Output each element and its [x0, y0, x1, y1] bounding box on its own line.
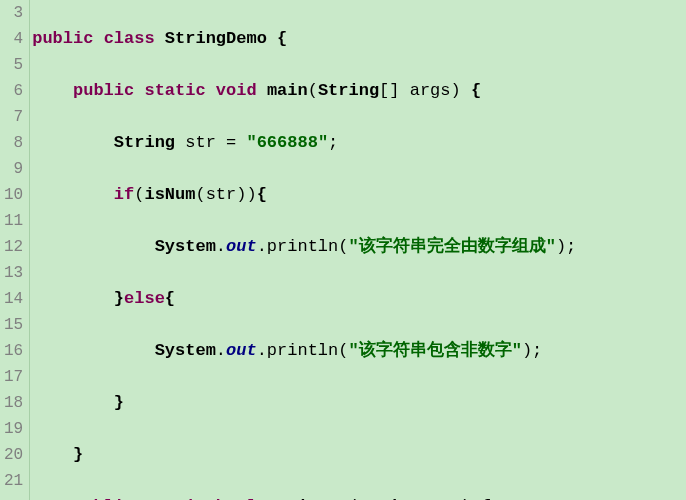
paren: (	[195, 185, 205, 204]
paren: )	[556, 237, 566, 256]
keyword-public: public	[73, 81, 134, 100]
line-number: 14	[4, 286, 23, 312]
type-string: String	[318, 81, 379, 100]
code-line: public class StringDemo {	[32, 26, 686, 52]
line-number: 17	[4, 364, 23, 390]
paren: )	[246, 185, 256, 204]
line-number: 5	[4, 52, 23, 78]
code-line: }	[32, 442, 686, 468]
brace: }	[114, 393, 124, 412]
line-number: 21	[4, 468, 23, 494]
paren: (	[338, 237, 348, 256]
keyword-class: class	[104, 29, 155, 48]
identifier: str	[185, 133, 216, 152]
paren: (	[308, 81, 318, 100]
type-string: String	[114, 133, 175, 152]
line-number-gutter: 3 4 5 6 7 8 9 10 11 12 13 14 15 16 17 18…	[0, 0, 30, 500]
code-line: public static void main(String[] args) {	[32, 78, 686, 104]
field-out: out	[226, 237, 257, 256]
string-literal: "该字符串包含非数字"	[348, 341, 521, 360]
identifier: args	[410, 81, 451, 100]
code-line: }	[32, 390, 686, 416]
method-call: isNum	[144, 185, 195, 204]
line-number: 9	[4, 156, 23, 182]
dot: .	[257, 237, 267, 256]
keyword-if: if	[114, 185, 134, 204]
brace: {	[267, 29, 287, 48]
line-number: 8	[4, 130, 23, 156]
line-number: 15	[4, 312, 23, 338]
line-number: 19	[4, 416, 23, 442]
line-number: 12	[4, 234, 23, 260]
code-editor: 3 4 5 6 7 8 9 10 11 12 13 14 15 16 17 18…	[0, 0, 686, 500]
string-literal: "该字符串完全由数字组成"	[348, 237, 555, 256]
line-number: 7	[4, 104, 23, 130]
code-line: System.out.println("该字符串完全由数字组成");	[32, 234, 686, 260]
class-system: System	[155, 341, 216, 360]
brace: {	[165, 289, 175, 308]
code-line: if(isNum(str)){	[32, 182, 686, 208]
identifier: str	[206, 185, 237, 204]
code-line: public static boolean isNum(String str) …	[32, 494, 686, 500]
string-literal: "666888"	[246, 133, 328, 152]
code-area[interactable]: public class StringDemo { public static …	[30, 0, 686, 500]
method-main: main	[267, 81, 308, 100]
keyword-public: public	[32, 29, 93, 48]
brace: }	[114, 289, 124, 308]
semicolon: ;	[566, 237, 576, 256]
brace: {	[257, 185, 267, 204]
equals: =	[216, 133, 247, 152]
dot: .	[216, 341, 226, 360]
method-println: println	[267, 237, 338, 256]
code-line: }else{	[32, 286, 686, 312]
class-name: StringDemo	[165, 29, 267, 48]
keyword-static: static	[144, 81, 205, 100]
paren: )	[451, 81, 461, 100]
semicolon: ;	[532, 341, 542, 360]
line-number: 3	[4, 0, 23, 26]
keyword-else: else	[124, 289, 165, 308]
brackets: []	[379, 81, 399, 100]
code-line: String str = "666888";	[32, 130, 686, 156]
line-number: 10	[4, 182, 23, 208]
line-number: 16	[4, 338, 23, 364]
method-println: println	[267, 341, 338, 360]
paren: (	[338, 341, 348, 360]
code-line: System.out.println("该字符串包含非数字");	[32, 338, 686, 364]
dot: .	[216, 237, 226, 256]
line-number: 6	[4, 78, 23, 104]
line-number: 13	[4, 260, 23, 286]
keyword-void: void	[216, 81, 257, 100]
line-number: 20	[4, 442, 23, 468]
paren: )	[522, 341, 532, 360]
field-out: out	[226, 341, 257, 360]
line-number: 11	[4, 208, 23, 234]
class-system: System	[155, 237, 216, 256]
brace: {	[461, 81, 481, 100]
dot: .	[257, 341, 267, 360]
line-number: 4	[4, 26, 23, 52]
paren: )	[236, 185, 246, 204]
line-number: 18	[4, 390, 23, 416]
paren: (	[134, 185, 144, 204]
semicolon: ;	[328, 133, 338, 152]
brace: }	[73, 445, 83, 464]
